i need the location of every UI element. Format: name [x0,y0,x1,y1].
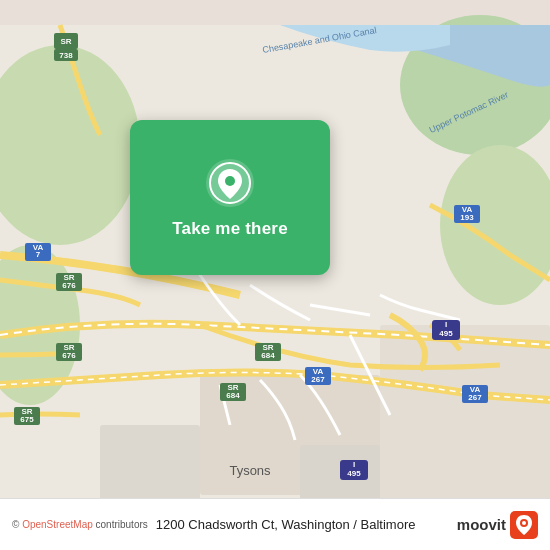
svg-text:676: 676 [62,351,76,360]
take-me-there-card[interactable]: Take me there [130,120,330,275]
svg-text:684: 684 [226,391,240,400]
attribution: © OpenStreetMap contributors [12,519,148,530]
address-label: 1200 Chadsworth Ct, Washington / Baltimo… [156,517,457,532]
moovit-brand-icon [510,511,538,539]
svg-text:193: 193 [460,213,474,222]
svg-text:I: I [353,460,355,469]
svg-text:684: 684 [261,351,275,360]
svg-text:676: 676 [62,281,76,290]
svg-text:495: 495 [439,329,453,338]
moovit-text: moovit [457,516,506,533]
svg-text:I: I [445,320,447,329]
svg-text:7: 7 [36,250,41,259]
bottom-bar: © OpenStreetMap contributors 1200 Chadsw… [0,498,550,550]
svg-text:495: 495 [347,469,361,478]
svg-text:675: 675 [20,415,34,424]
svg-text:267: 267 [468,393,482,402]
svg-text:SR: SR [60,37,71,46]
moovit-logo: moovit [457,511,538,539]
take-me-there-button-label: Take me there [172,219,288,239]
svg-point-51 [225,176,235,186]
map-background: SR 738 VA 7 SR 676 SR 676 SR 675 SR 684 … [0,0,550,550]
map-container: SR 738 VA 7 SR 676 SR 676 SR 675 SR 684 … [0,0,550,550]
svg-text:267: 267 [311,375,325,384]
osm-link[interactable]: OpenStreetMap [22,519,93,530]
svg-rect-6 [380,325,550,525]
svg-point-54 [522,521,526,525]
svg-text:Tysons: Tysons [229,463,271,478]
location-pin-icon [204,157,256,209]
svg-text:738: 738 [59,51,73,60]
